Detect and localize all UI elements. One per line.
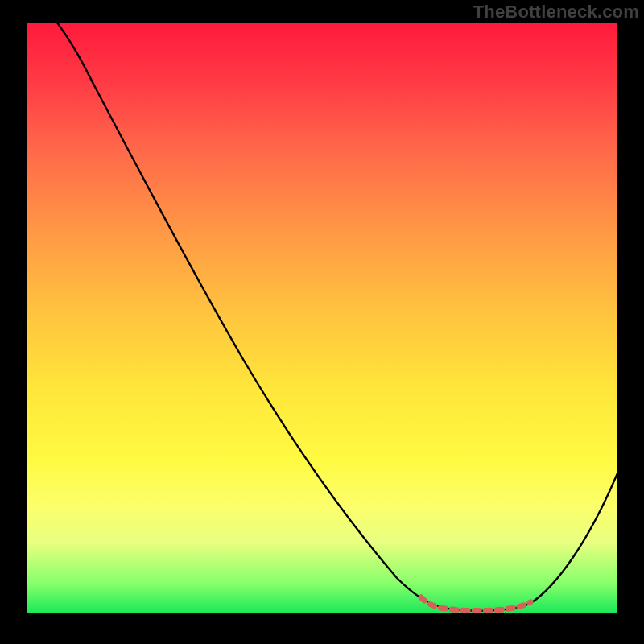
curve-svg <box>27 23 617 613</box>
optimal-band-path <box>421 597 530 611</box>
plot-area <box>27 23 617 613</box>
bottleneck-curve-path <box>57 23 617 611</box>
chart-frame: TheBottleneck.com <box>0 0 644 644</box>
watermark-text: TheBottleneck.com <box>473 2 639 23</box>
